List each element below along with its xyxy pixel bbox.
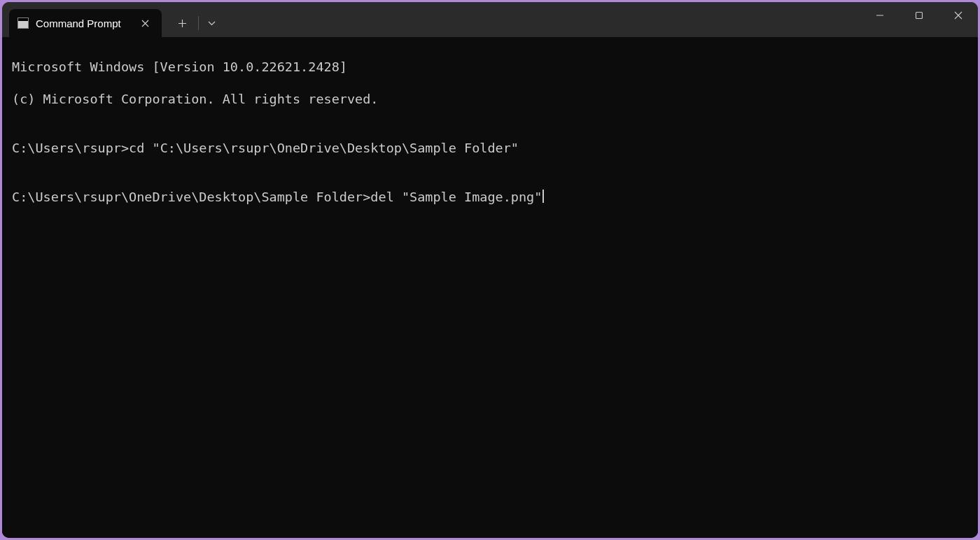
maximize-icon [915, 11, 923, 20]
typed-command: cd "C:\Users\rsupr\OneDrive\Desktop\Samp… [129, 140, 519, 156]
window-controls [860, 2, 978, 29]
tab-dropdown-button[interactable] [203, 12, 221, 34]
command-prompt-icon [18, 17, 29, 29]
close-window-button[interactable] [939, 2, 978, 29]
titlebar[interactable]: Command Prompt [2, 2, 978, 37]
copyright-line: (c) Microsoft Corporation. All rights re… [12, 91, 968, 107]
minimize-button[interactable] [860, 2, 899, 29]
text-cursor [542, 190, 544, 203]
chevron-down-icon [208, 21, 216, 26]
maximize-button[interactable] [899, 2, 939, 29]
tab-close-button[interactable] [139, 17, 152, 29]
tab-command-prompt[interactable]: Command Prompt [9, 9, 162, 37]
new-tab-controls [162, 9, 221, 37]
terminal-window: Command Prompt Microsof [2, 2, 978, 538]
typed-command: del "Sample Image.png" [370, 189, 542, 205]
svg-rect-0 [916, 13, 923, 19]
tab-title: Command Prompt [36, 17, 121, 29]
plus-icon [178, 19, 187, 28]
new-tab-button[interactable] [172, 12, 194, 34]
version-line: Microsoft Windows [Version 10.0.22621.24… [12, 59, 968, 75]
divider [198, 16, 199, 30]
minimize-icon [876, 11, 884, 20]
command-line-1: C:\Users\rsupr>cd "C:\Users\rsupr\OneDri… [12, 140, 968, 156]
command-line-2: C:\Users\rsupr\OneDrive\Desktop\Sample F… [12, 188, 968, 205]
close-icon [954, 11, 962, 20]
close-icon [141, 20, 149, 27]
terminal-output[interactable]: Microsoft Windows [Version 10.0.22621.24… [2, 37, 978, 538]
prompt: C:\Users\rsupr> [12, 140, 129, 156]
prompt: C:\Users\rsupr\OneDrive\Desktop\Sample F… [12, 189, 370, 205]
